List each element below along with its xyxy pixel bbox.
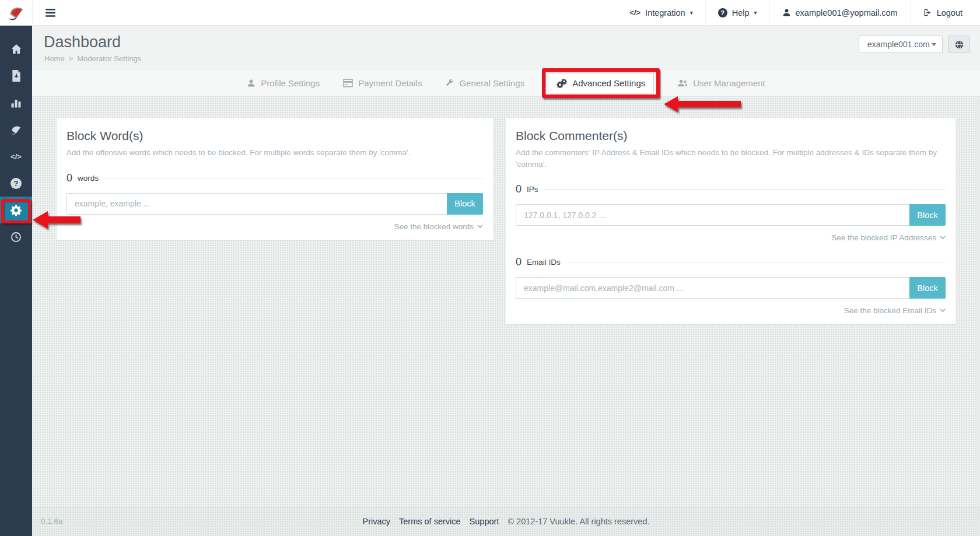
logout-icon — [923, 8, 932, 17]
see-blocked-words-label: See the blocked words — [394, 222, 474, 231]
block-emails-button[interactable]: Block — [909, 277, 946, 299]
words-count-row: 0 words — [66, 172, 483, 184]
topnav: </> Integration ▾ ? Help ▾ example001@yo… — [617, 0, 965, 25]
sidebar-item-analytics[interactable] — [0, 89, 32, 116]
page-title: Dashboard — [44, 33, 121, 51]
content-area: Block Word(s) Add the offensive words wh… — [32, 97, 980, 536]
divider — [566, 262, 946, 262]
sidebar-item-help[interactable]: ? — [0, 170, 32, 197]
see-blocked-emails-link[interactable]: See the blocked Email IDs — [516, 306, 946, 315]
user-icon — [782, 8, 791, 17]
card-description: Add the offensive words which needs to b… — [66, 147, 483, 159]
emails-count: 0 — [516, 256, 522, 268]
integration-label: Integration — [645, 8, 685, 17]
watermelon-logo-icon — [7, 3, 26, 22]
document-download-icon — [11, 70, 22, 82]
user-icon — [247, 79, 256, 87]
logout-label: Logout — [937, 8, 963, 17]
tab-user-management[interactable]: User Management — [677, 78, 765, 88]
payment-card-icon — [343, 79, 353, 87]
tab-payment-details[interactable]: Payment Details — [343, 78, 422, 88]
help-icon: ? — [718, 8, 727, 17]
block-ips-input-row: Block — [516, 204, 946, 226]
sidebar-item-moderation[interactable] — [0, 62, 32, 89]
breadcrumb-separator: > — [69, 54, 74, 63]
sidebar: </> ? — [0, 26, 32, 536]
code-icon: </> — [10, 152, 22, 161]
block-ips-input[interactable] — [516, 204, 909, 226]
chevron-down-icon: ▾ — [690, 9, 693, 16]
domain-select[interactable]: example001.com — [859, 36, 943, 53]
ips-count-label: IPs — [527, 185, 538, 194]
block-emails-input-row: Block — [516, 277, 946, 299]
tab-label: General Settings — [459, 78, 524, 88]
words-count-label: words — [78, 174, 99, 183]
card-description: Add the commenters' IP Address & Email I… — [516, 147, 946, 170]
sidebar-item-vuukle[interactable] — [0, 116, 32, 143]
breadcrumb-current: Moderator Settings — [77, 54, 141, 63]
footer-link-support[interactable]: Support — [470, 517, 499, 526]
block-ips-button[interactable]: Block — [909, 204, 946, 226]
settings-tabs: Profile Settings Payment Details General… — [32, 69, 980, 97]
chevron-down-icon — [940, 309, 946, 313]
cogs-icon — [556, 79, 567, 88]
divider — [544, 189, 946, 190]
sidebar-item-home[interactable] — [0, 36, 32, 62]
clock-icon — [10, 232, 22, 243]
help-label: Help — [732, 8, 750, 17]
chevron-down-icon — [477, 225, 483, 229]
help-menu[interactable]: ? Help ▾ — [705, 0, 769, 25]
ips-count-row: 0 IPs — [516, 183, 946, 195]
sidebar-item-integration[interactable]: </> — [0, 143, 32, 170]
tab-label: Payment Details — [358, 78, 422, 88]
block-emails-input[interactable] — [516, 277, 909, 299]
see-blocked-ips-link[interactable]: See the blocked IP Addresses — [516, 233, 946, 242]
emails-count-label: Email IDs — [527, 258, 561, 267]
sidebar-item-settings[interactable] — [0, 197, 32, 223]
wrench-icon — [445, 79, 454, 87]
copyright-text: © 2012-17 Vuukle. All rights reserved. — [508, 517, 649, 526]
code-icon: </> — [629, 8, 640, 17]
tab-advanced-settings[interactable]: Advanced Settings — [548, 73, 654, 93]
see-blocked-emails-label: See the blocked Email IDs — [844, 306, 936, 315]
bar-chart-icon — [10, 97, 22, 108]
tab-profile-settings[interactable]: Profile Settings — [247, 78, 320, 88]
emails-count-row: 0 Email IDs — [516, 256, 946, 268]
breadcrumb: Home > Moderator Settings — [44, 54, 141, 63]
chevron-down-icon — [940, 236, 946, 240]
domain-selector-group: example001.com — [859, 36, 970, 53]
block-commenters-card: Block Commenter(s) Add the commenters' I… — [506, 118, 956, 324]
block-words-input-row: Block — [66, 193, 483, 215]
card-title: Block Word(s) — [66, 129, 483, 143]
card-title: Block Commenter(s) — [516, 129, 946, 143]
tab-general-settings[interactable]: General Settings — [445, 78, 524, 88]
tab-label: Advanced Settings — [572, 78, 645, 88]
menu-toggle-button[interactable] — [46, 0, 55, 25]
hamburger-icon — [46, 9, 55, 17]
users-icon — [677, 79, 688, 87]
block-words-input[interactable] — [66, 193, 447, 215]
see-blocked-ips-label: See the blocked IP Addresses — [831, 233, 936, 242]
domain-select-value: example001.com — [867, 40, 930, 49]
logout-button[interactable]: Logout — [910, 0, 965, 25]
breadcrumb-home[interactable]: Home — [44, 54, 65, 63]
topbar: </> Integration ▾ ? Help ▾ example001@yo… — [0, 0, 980, 26]
block-words-button[interactable]: Block — [447, 193, 483, 215]
see-blocked-words-link[interactable]: See the blocked words — [66, 222, 483, 231]
integration-menu[interactable]: </> Integration ▾ — [617, 0, 705, 25]
page-header: Dashboard Home > Moderator Settings exam… — [32, 26, 980, 69]
footer-links: Privacy Terms of service Support © 2012-… — [32, 507, 980, 536]
version-label: 0.1.6a — [41, 517, 63, 526]
footer-link-privacy[interactable]: Privacy — [363, 517, 391, 526]
home-icon — [10, 43, 22, 55]
sidebar-item-history[interactable] — [0, 223, 32, 250]
account-menu[interactable]: example001@yopmail.com — [769, 0, 910, 25]
vuukle-logo[interactable] — [0, 0, 33, 25]
globe-icon — [954, 40, 964, 50]
help-icon: ? — [10, 178, 22, 189]
divider — [104, 178, 483, 178]
globe-button[interactable] — [948, 36, 970, 53]
account-email: example001@yopmail.com — [796, 8, 898, 17]
chevron-down-icon: ▾ — [754, 9, 757, 16]
footer-link-terms[interactable]: Terms of service — [399, 517, 461, 526]
